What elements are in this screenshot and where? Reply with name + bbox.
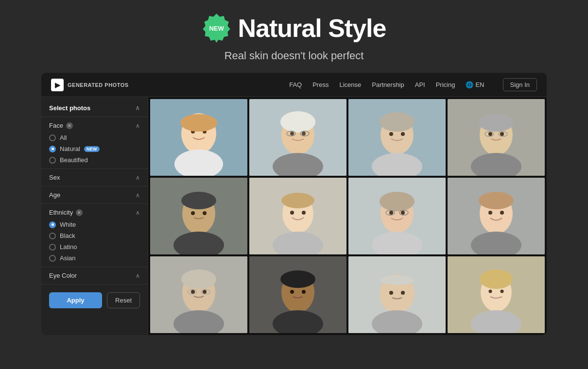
photo-cell-3[interactable] bbox=[348, 99, 446, 176]
photo-cell-1[interactable] bbox=[150, 99, 247, 176]
hero-subtitle: Real skin doesn't look perfect bbox=[225, 50, 364, 62]
nav-pricing[interactable]: Pricing bbox=[436, 81, 455, 88]
ethnicity-filter-text: Ethnicity bbox=[49, 209, 73, 216]
ethnicity-label-latino: Latino bbox=[60, 243, 77, 251]
sidebar: Select photos ∧ Face ✕ ∧ All bbox=[41, 97, 148, 335]
sex-filter-label[interactable]: Sex ∧ bbox=[49, 174, 140, 181]
sex-filter-text: Sex bbox=[49, 174, 60, 181]
svg-point-66 bbox=[290, 290, 294, 294]
navbar-brand: ▶ GENERATED PHOTOS bbox=[51, 79, 289, 91]
svg-point-59 bbox=[203, 290, 207, 294]
svg-point-45 bbox=[401, 211, 405, 215]
ethnicity-option-black[interactable]: Black bbox=[49, 232, 140, 239]
face-option-beautified[interactable]: Beautified bbox=[49, 156, 140, 164]
svg-point-73 bbox=[401, 291, 405, 295]
ethnicity-filter-clear[interactable]: ✕ bbox=[76, 209, 83, 216]
nav-api[interactable]: API bbox=[415, 81, 425, 88]
ethnicity-filter-label[interactable]: Ethnicity ✕ ∧ bbox=[49, 209, 140, 216]
svg-point-67 bbox=[302, 290, 306, 294]
photo-cell-5[interactable] bbox=[150, 178, 247, 254]
face-radio-all[interactable] bbox=[49, 134, 56, 141]
ethnicity-label-asian: Asian bbox=[60, 254, 76, 262]
ethnicity-filter-chevron: ∧ bbox=[136, 209, 140, 216]
new-badge: NEW bbox=[202, 14, 231, 43]
main-content: Select photos ∧ Face ✕ ∧ All bbox=[41, 97, 547, 335]
svg-point-19 bbox=[401, 132, 405, 136]
svg-point-33 bbox=[203, 211, 207, 215]
face-filter-label[interactable]: Face ✕ ∧ bbox=[49, 122, 140, 129]
age-filter-section: Age ∧ bbox=[41, 186, 148, 204]
sex-filter-chevron: ∧ bbox=[136, 174, 140, 181]
nav-license[interactable]: License bbox=[339, 81, 361, 88]
svg-point-58 bbox=[191, 290, 195, 294]
age-filter-label[interactable]: Age ∧ bbox=[49, 191, 140, 199]
ethnicity-option-latino[interactable]: Latino bbox=[49, 243, 140, 251]
sidebar-collapse-icon[interactable]: ∧ bbox=[135, 104, 140, 112]
svg-point-79 bbox=[501, 290, 504, 293]
ethnicity-filter-options: White Black Latino Asian bbox=[49, 221, 140, 262]
svg-point-32 bbox=[191, 211, 195, 215]
ethnicity-radio-latino[interactable] bbox=[49, 244, 56, 251]
sex-filter-section: Sex ∧ bbox=[41, 169, 148, 186]
face-option-all[interactable]: All bbox=[49, 134, 140, 141]
navbar: ▶ GENERATED PHOTOS FAQ Press License Par… bbox=[41, 73, 547, 97]
photo-cell-11[interactable] bbox=[348, 256, 446, 333]
photo-cell-10[interactable] bbox=[249, 256, 346, 333]
hero-title: Natural Style bbox=[238, 14, 386, 43]
svg-point-23 bbox=[479, 114, 514, 132]
face-label-natural: Natural bbox=[60, 145, 80, 152]
ethnicity-option-asian[interactable]: Asian bbox=[49, 254, 140, 262]
apply-button[interactable]: Apply bbox=[49, 292, 102, 308]
svg-point-52 bbox=[488, 211, 492, 215]
svg-point-44 bbox=[389, 211, 393, 215]
svg-point-77 bbox=[480, 269, 513, 289]
nav-press[interactable]: Press bbox=[312, 81, 329, 88]
face-label-beautified: Beautified bbox=[60, 156, 88, 164]
select-photos-label: Select photos bbox=[49, 104, 90, 112]
svg-point-51 bbox=[479, 192, 514, 209]
brand-icon: ▶ bbox=[51, 79, 64, 91]
svg-point-25 bbox=[500, 132, 504, 136]
ethnicity-filter-section: Ethnicity ✕ ∧ White Black bbox=[41, 204, 148, 267]
ethnicity-option-white[interactable]: White bbox=[49, 221, 140, 228]
svg-point-72 bbox=[389, 291, 393, 295]
svg-point-10 bbox=[290, 132, 294, 135]
ethnicity-radio-white[interactable] bbox=[49, 221, 56, 228]
sign-in-button[interactable]: Sign In bbox=[503, 78, 537, 91]
svg-point-78 bbox=[489, 290, 492, 293]
photo-grid bbox=[148, 97, 547, 335]
navbar-links: FAQ Press License Partnership API Pricin… bbox=[289, 78, 537, 91]
photo-cell-2[interactable] bbox=[249, 99, 346, 176]
hero-section: NEW Natural Style Real skin doesn't look… bbox=[0, 0, 588, 73]
reset-button[interactable]: Reset bbox=[107, 292, 140, 308]
photo-cell-7[interactable] bbox=[348, 178, 446, 254]
face-radio-natural[interactable] bbox=[49, 146, 56, 152]
face-label-all: All bbox=[60, 134, 67, 141]
ethnicity-radio-black[interactable] bbox=[49, 233, 56, 239]
eye-color-filter-text: Eye Color bbox=[49, 272, 77, 279]
ethnicity-label-black: Black bbox=[60, 232, 75, 239]
svg-point-11 bbox=[302, 132, 306, 135]
photo-cell-4[interactable] bbox=[448, 99, 545, 176]
photo-cell-12[interactable] bbox=[448, 256, 545, 333]
face-filter-options: All Natural NEW Beautified bbox=[49, 134, 140, 164]
ethnicity-radio-asian[interactable] bbox=[49, 255, 56, 262]
app-container: ▶ GENERATED PHOTOS FAQ Press License Par… bbox=[41, 73, 547, 335]
svg-point-31 bbox=[181, 192, 216, 209]
sidebar-header: Select photos ∧ bbox=[41, 97, 148, 117]
svg-point-65 bbox=[280, 270, 315, 288]
language-label: EN bbox=[475, 81, 484, 88]
photo-cell-9[interactable] bbox=[150, 256, 247, 333]
nav-partnership[interactable]: Partnership bbox=[372, 81, 404, 88]
svg-point-24 bbox=[488, 132, 492, 136]
language-selector[interactable]: 🌐 EN bbox=[466, 81, 484, 88]
photo-cell-6[interactable] bbox=[249, 178, 346, 254]
svg-point-53 bbox=[500, 211, 504, 215]
eye-color-filter-label[interactable]: Eye Color ∧ bbox=[49, 272, 140, 279]
face-filter-clear[interactable]: ✕ bbox=[66, 122, 73, 129]
face-radio-beautified[interactable] bbox=[49, 157, 56, 164]
photo-cell-8[interactable] bbox=[448, 178, 545, 254]
face-filter-text: Face bbox=[49, 122, 63, 129]
face-option-natural[interactable]: Natural NEW bbox=[49, 145, 140, 152]
nav-faq[interactable]: FAQ bbox=[289, 81, 302, 88]
